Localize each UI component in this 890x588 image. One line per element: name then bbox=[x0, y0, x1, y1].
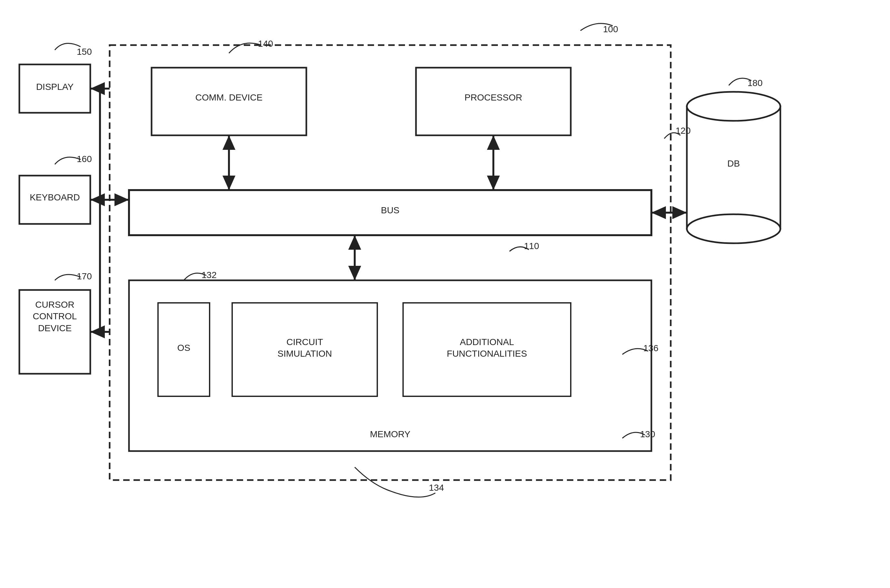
main-system-box bbox=[110, 45, 671, 480]
os-label: OS bbox=[158, 342, 210, 354]
svg-marker-7 bbox=[348, 266, 361, 280]
svg-marker-8 bbox=[348, 235, 361, 250]
svg-marker-2 bbox=[223, 135, 235, 150]
ref-170: 170 bbox=[77, 271, 92, 282]
db-cylinder-bottom bbox=[687, 214, 780, 243]
svg-marker-1 bbox=[223, 176, 235, 190]
ref-160: 160 bbox=[77, 154, 92, 164]
comm-device-label: COMM. DEVICE bbox=[152, 92, 306, 104]
circuit-simulation-label: CIRCUITSIMULATION bbox=[232, 336, 377, 360]
ref-120: 120 bbox=[675, 126, 691, 136]
ref-136: 136 bbox=[643, 343, 658, 354]
db-label: DB bbox=[687, 158, 780, 170]
ref-110: 110 bbox=[524, 241, 539, 251]
bus-label: BUS bbox=[129, 205, 651, 216]
svg-marker-10 bbox=[90, 82, 105, 95]
svg-marker-4 bbox=[487, 176, 500, 190]
db-cylinder-top bbox=[687, 92, 780, 121]
svg-marker-19 bbox=[672, 206, 687, 219]
diagram-container: 100 140 120 150 160 170 180 132 110 136 … bbox=[0, 0, 890, 588]
svg-marker-5 bbox=[487, 135, 500, 150]
ref-100: 100 bbox=[603, 24, 618, 34]
ref-140: 140 bbox=[258, 39, 273, 49]
svg-marker-12 bbox=[90, 194, 105, 206]
processor-label: PROCESSOR bbox=[416, 92, 571, 104]
svg-marker-20 bbox=[651, 206, 666, 219]
ref-134: 134 bbox=[429, 483, 444, 493]
svg-marker-15 bbox=[90, 326, 105, 338]
keyboard-label: KEYBOARD bbox=[20, 192, 90, 203]
ref-150: 150 bbox=[77, 47, 92, 57]
ref-132: 132 bbox=[201, 270, 217, 280]
additional-func-label: ADDITIONALFUNCTIONALITIES bbox=[403, 336, 571, 360]
memory-box bbox=[129, 280, 651, 451]
cursor-control-label: CURSORCONTROLDEVICE bbox=[20, 299, 90, 334]
memory-label: MEMORY bbox=[129, 429, 651, 440]
svg-marker-13 bbox=[114, 194, 129, 206]
display-label: DISPLAY bbox=[20, 81, 90, 93]
ref-180: 180 bbox=[747, 78, 763, 88]
